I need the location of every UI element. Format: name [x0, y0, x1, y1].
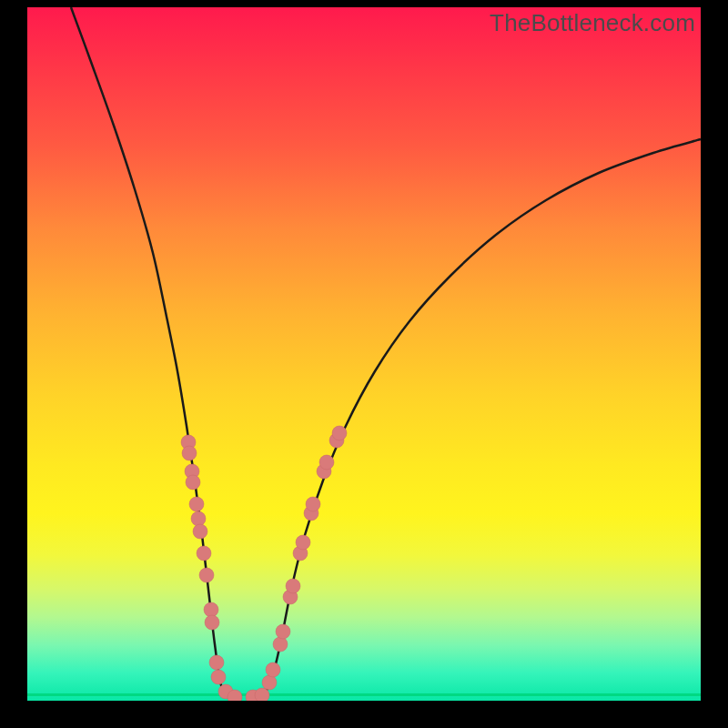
data-marker — [211, 670, 226, 684]
markers-right-cluster — [246, 426, 347, 701]
data-marker — [286, 579, 300, 593]
data-marker — [193, 524, 207, 539]
data-marker — [204, 602, 218, 617]
bottleneck-curve-chart — [27, 7, 701, 701]
data-marker — [332, 426, 347, 440]
data-marker — [266, 662, 280, 677]
data-marker — [262, 675, 277, 690]
data-marker — [197, 546, 211, 561]
data-marker — [182, 446, 197, 460]
data-marker — [205, 615, 219, 630]
data-marker — [273, 637, 288, 652]
data-marker — [296, 535, 310, 550]
data-marker — [191, 511, 206, 526]
data-marker — [255, 688, 269, 701]
data-marker — [319, 455, 334, 470]
data-marker — [186, 475, 200, 490]
curve-left-arm — [71, 7, 230, 697]
curve-right-arm — [262, 139, 701, 697]
data-marker — [209, 655, 224, 670]
data-marker — [199, 568, 214, 582]
data-marker — [189, 497, 204, 511]
data-marker — [276, 624, 290, 639]
data-marker — [306, 497, 320, 511]
markers-left-cluster — [181, 435, 242, 701]
